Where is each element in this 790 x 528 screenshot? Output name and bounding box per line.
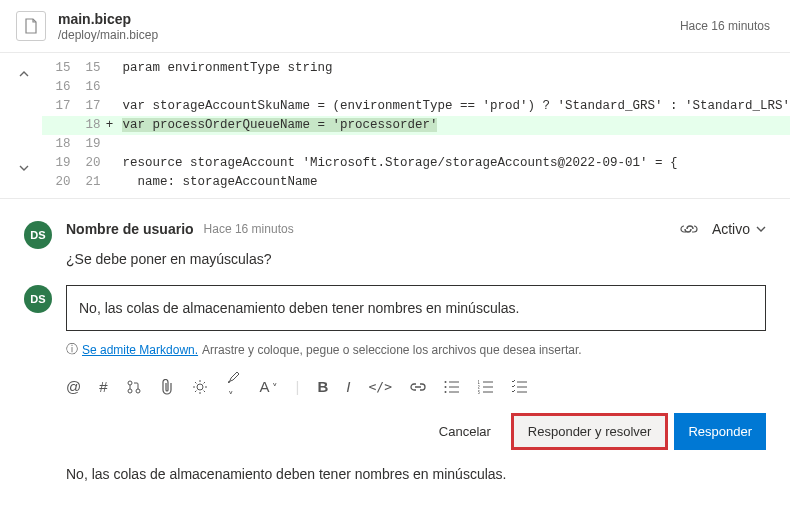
cancel-button[interactable]: Cancelar [425, 413, 505, 450]
svg-point-1 [128, 389, 132, 393]
reply-button[interactable]: Responder [674, 413, 766, 450]
hash-icon[interactable]: # [99, 378, 107, 395]
editor-toolbar: @ # ˅ A˅ | B I </> 123 [66, 370, 766, 403]
code-line: 1616 [42, 78, 790, 97]
svg-point-0 [128, 381, 132, 385]
reply-preview: No, las colas de almacenamiento deben te… [0, 462, 790, 494]
code-lines: 1515 param environmentType string1616 17… [42, 59, 790, 192]
svg-point-3 [197, 384, 203, 390]
svg-point-4 [445, 381, 447, 383]
code-line: 1819 [42, 135, 790, 154]
bulb-icon[interactable] [192, 379, 208, 395]
reply-and-resolve-button[interactable]: Responder y resolver [514, 416, 666, 447]
mention-icon[interactable]: @ [66, 378, 81, 395]
file-name: main.bicep [58, 10, 158, 28]
comment-text: ¿Se debe poner en mayúsculas? [66, 251, 766, 267]
ol-icon[interactable]: 123 [478, 380, 494, 394]
fontcolor-icon[interactable]: A˅ [260, 378, 278, 395]
attach-icon[interactable] [160, 379, 174, 395]
svg-text:3: 3 [478, 389, 480, 394]
file-header: main.bicep /deploy/main.bicep Hace 16 mi… [0, 0, 790, 53]
avatar: DS [24, 285, 52, 313]
highlight-icon[interactable]: ˅ [226, 370, 242, 403]
reply-textarea[interactable]: No, las colas de almacenamiento deben te… [66, 285, 766, 331]
link-icon[interactable] [680, 223, 698, 235]
info-icon: ⓘ [66, 341, 78, 358]
chevron-down-icon [756, 225, 766, 233]
code-line: 1515 param environmentType string [42, 59, 790, 78]
code-line: 18+var processOrderQueueName = 'processo… [42, 116, 790, 135]
reply-resolve-callout: Responder y resolver [511, 413, 669, 450]
italic-icon[interactable]: I [346, 378, 350, 395]
attach-hint: Arrastre y coloque, pegue o seleccione l… [202, 343, 582, 357]
svg-point-6 [445, 391, 447, 393]
comment-user: Nombre de usuario [66, 221, 194, 237]
code-line: 1920 resource storageAccount 'Microsoft.… [42, 154, 790, 173]
svg-point-5 [445, 386, 447, 388]
code-icon[interactable]: </> [369, 379, 392, 394]
comment-status-dropdown[interactable]: Activo [712, 221, 766, 237]
reply-editor: DS No, las colas de almacenamiento deben… [0, 279, 790, 462]
link-tool-icon[interactable] [410, 381, 426, 393]
pr-icon[interactable] [126, 379, 142, 395]
expand-down-icon[interactable] [17, 161, 31, 175]
avatar: DS [24, 221, 52, 249]
markdown-help-link[interactable]: Se admite Markdown. [82, 343, 198, 357]
code-line: 1717 var storageAccountSkuName = (enviro… [42, 97, 790, 116]
checklist-icon[interactable] [512, 380, 528, 394]
svg-point-2 [136, 389, 140, 393]
code-line: 2021 name: storageAccountName [42, 173, 790, 192]
diff-block: 1515 param environmentType string1616 17… [0, 53, 790, 199]
file-path: /deploy/main.bicep [58, 28, 158, 42]
bold-icon[interactable]: B [318, 378, 329, 395]
comment-thread: DS Nombre de usuario Hace 16 minutos Act… [0, 199, 790, 279]
file-icon [16, 11, 46, 41]
file-time: Hace 16 minutos [680, 19, 770, 33]
expand-up-icon[interactable] [17, 67, 31, 81]
ul-icon[interactable] [444, 380, 460, 394]
comment-time: Hace 16 minutos [204, 222, 294, 236]
